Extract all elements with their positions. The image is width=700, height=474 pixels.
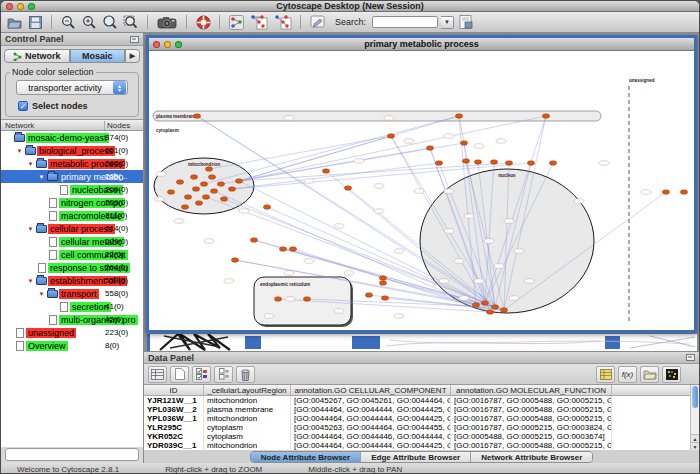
tree-row[interactable]: unassigned223(0) (1, 326, 143, 339)
network-node[interactable] (208, 175, 215, 180)
tab-mosaic[interactable]: Mosaic (70, 49, 125, 63)
unselect-attributes-icon[interactable] (214, 366, 233, 383)
network-node[interactable] (274, 297, 281, 302)
tree-row[interactable]: ▼metabolic process280(0) (1, 157, 143, 170)
network-node[interactable] (387, 134, 394, 139)
table-scrollbar[interactable]: ▲ ▼ (690, 385, 699, 450)
network-node[interactable] (220, 197, 227, 202)
more-tabs-icon[interactable]: ▶ (125, 49, 140, 63)
import-table-icon[interactable] (596, 366, 615, 383)
tree-row[interactable]: ▼transport558(0) (1, 287, 143, 300)
import-network-icon[interactable] (457, 14, 475, 31)
tab-node-attribute-browser[interactable]: Node Attribute Browser (251, 452, 362, 462)
disclosure-triangle-icon[interactable]: ▼ (26, 278, 35, 284)
background-network-window[interactable] (147, 334, 697, 351)
search-input[interactable] (372, 16, 438, 28)
tab-network[interactable]: Network (4, 49, 70, 63)
table-row[interactable]: YLR295Ccytoplasm[GO:0045263, GO:0044464,… (144, 423, 690, 432)
tree-row[interactable]: ▼establishment of lo558(0) (1, 274, 143, 287)
network-node[interactable] (192, 187, 199, 192)
function-builder-icon[interactable]: f(x) (618, 366, 637, 383)
disclosure-triangle-icon[interactable]: ▼ (15, 148, 24, 154)
network-tree[interactable]: mosaic-demo-yeast874(0)▼biological_proce… (1, 131, 143, 447)
tree-col-nodes[interactable]: Nodes (104, 121, 143, 130)
network-node[interactable] (190, 175, 197, 180)
network-node[interactable] (455, 114, 462, 119)
network-node[interactable] (263, 205, 270, 210)
table-row[interactable]: YPL036W__1mitochondrion[GO:0044464, GO:0… (144, 414, 690, 423)
network-node[interactable] (549, 161, 556, 166)
attribute-table-icon[interactable] (148, 366, 167, 383)
network-node[interactable] (344, 186, 351, 191)
network-node[interactable] (500, 308, 507, 313)
tree-row[interactable]: cell communicat22(0) (1, 248, 143, 261)
network-node[interactable] (490, 160, 497, 165)
tree-col-network[interactable]: Network (1, 121, 104, 130)
disclosure-triangle-icon[interactable]: ▼ (26, 226, 35, 232)
zoom-in-icon[interactable] (80, 14, 98, 31)
tree-row[interactable]: multi-organism pro42(0) (1, 313, 143, 326)
network-node[interactable] (481, 301, 488, 306)
network-node[interactable] (289, 247, 296, 252)
disclosure-triangle-icon[interactable]: ▼ (26, 161, 35, 167)
col-id[interactable]: ID (144, 385, 204, 395)
zoom-out-icon[interactable] (59, 14, 77, 31)
tree-row[interactable]: cellular metabo209(0) (1, 235, 143, 248)
tree-row[interactable]: mosaic-demo-yeast874(0) (1, 131, 143, 144)
network-node[interactable] (195, 201, 202, 206)
network-node[interactable] (231, 258, 238, 263)
disclosure-triangle-icon[interactable]: ▼ (37, 174, 46, 180)
network-node[interactable] (680, 190, 687, 195)
network-node[interactable] (217, 182, 224, 187)
network-node[interactable] (460, 141, 467, 146)
network-view-titlebar[interactable]: primary metabolic process (149, 38, 694, 51)
col-cellular-component[interactable]: annotation.GO CELLULAR_COMPONENT (291, 385, 451, 395)
zoom-fit-icon[interactable] (122, 14, 140, 31)
network-node[interactable] (381, 296, 388, 301)
delete-attribute-icon[interactable] (236, 366, 255, 383)
scroll-up-icon[interactable]: ▲ (691, 434, 699, 442)
tree-row[interactable]: ▼cellular process614(0) (1, 222, 143, 235)
network-node[interactable] (228, 187, 235, 192)
network-node[interactable] (279, 247, 286, 252)
network-view-icon[interactable] (227, 14, 245, 31)
tree-row[interactable]: macromolecule311(0) (1, 209, 143, 222)
network-node[interactable] (235, 179, 242, 184)
network-node[interactable] (472, 303, 479, 308)
network-node[interactable] (435, 161, 442, 166)
help-lifering-icon[interactable] (194, 14, 212, 31)
tree-row[interactable]: nucleobase-209(0) (1, 183, 143, 196)
new-network-from-selection-icon[interactable] (248, 14, 269, 31)
network-node[interactable] (322, 169, 329, 174)
table-row[interactable]: YJR121W__1mitochondrion[GO:0045267, GO:0… (144, 396, 690, 405)
network-node[interactable] (200, 182, 207, 187)
table-row[interactable]: YDR039C__1mitochondrion[GO:0044464, GO:0… (144, 441, 690, 450)
network-node[interactable] (167, 190, 174, 195)
tree-row[interactable]: nitrogen compo209(0) (1, 196, 143, 209)
network-node[interactable] (193, 114, 200, 119)
network-node[interactable] (176, 180, 183, 185)
col-molecular-function[interactable]: annotation.GO MOLECULAR_FUNCTION (451, 385, 612, 395)
table-row[interactable]: YPL036W__2plasma membrane[GO:0044464, GO… (144, 405, 690, 414)
select-nodes-checkbox[interactable]: ✓ (18, 101, 28, 111)
network-node[interactable] (474, 160, 481, 165)
open-attr-file-icon[interactable] (640, 366, 659, 383)
tree-row[interactable]: ▼biological_process651(0) (1, 144, 143, 157)
window-titlebar[interactable]: Cytoscape Desktop (New Session) (1, 1, 699, 12)
network-node[interactable] (542, 114, 549, 119)
tab-edge-attribute-browser[interactable]: Edge Attribute Browser (361, 452, 471, 462)
tree-row[interactable]: ▼primary metabo209(... (1, 170, 143, 183)
zoom-selected-icon[interactable] (101, 14, 119, 31)
network-node[interactable] (250, 238, 257, 243)
scrollbar-thumb[interactable] (692, 386, 698, 408)
open-file-icon[interactable] (5, 14, 23, 31)
scroll-down-icon[interactable]: ▼ (691, 442, 699, 450)
network-node[interactable] (491, 305, 498, 310)
network-node[interactable] (303, 297, 310, 302)
network-node[interactable] (210, 189, 217, 194)
new-network-all-edges-icon[interactable] (272, 14, 293, 31)
network-node[interactable] (426, 146, 433, 151)
network-node[interactable] (662, 190, 669, 195)
search-dropdown-icon[interactable]: ▼ (441, 16, 454, 29)
annotation-icon[interactable] (308, 14, 326, 31)
